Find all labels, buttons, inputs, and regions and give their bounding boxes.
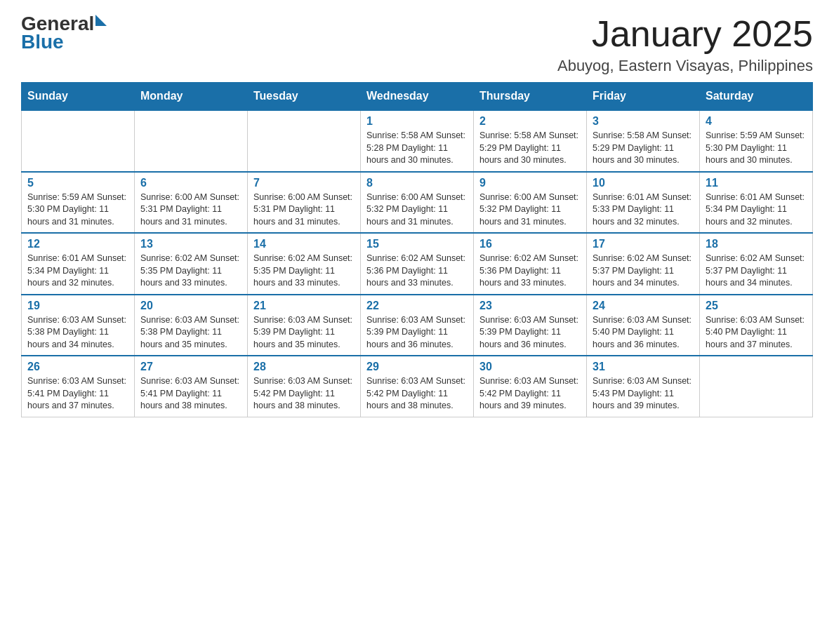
calendar-cell: 2Sunrise: 5:58 AM Sunset: 5:29 PM Daylig…	[474, 110, 587, 172]
day-info: Sunrise: 6:03 AM Sunset: 5:42 PM Dayligh…	[253, 375, 355, 412]
day-info: Sunrise: 6:03 AM Sunset: 5:41 PM Dayligh…	[140, 375, 241, 412]
calendar-header-row: SundayMondayTuesdayWednesdayThursdayFrid…	[22, 83, 813, 111]
day-info: Sunrise: 6:02 AM Sunset: 5:36 PM Dayligh…	[366, 253, 468, 290]
calendar-cell: 20Sunrise: 6:03 AM Sunset: 5:38 PM Dayli…	[135, 295, 248, 356]
calendar-cell: 14Sunrise: 6:02 AM Sunset: 5:35 PM Dayli…	[248, 233, 361, 295]
day-number: 12	[27, 238, 128, 250]
day-number: 30	[479, 361, 581, 373]
calendar-cell: 19Sunrise: 6:03 AM Sunset: 5:38 PM Dayli…	[22, 295, 135, 356]
calendar-cell	[248, 110, 361, 172]
day-info: Sunrise: 6:03 AM Sunset: 5:41 PM Dayligh…	[27, 375, 128, 412]
day-info: Sunrise: 6:03 AM Sunset: 5:39 PM Dayligh…	[479, 314, 581, 351]
day-info: Sunrise: 6:00 AM Sunset: 5:31 PM Dayligh…	[253, 192, 355, 229]
day-number: 27	[140, 361, 241, 373]
calendar-cell: 27Sunrise: 6:03 AM Sunset: 5:41 PM Dayli…	[135, 356, 248, 417]
day-info: Sunrise: 6:02 AM Sunset: 5:37 PM Dayligh…	[593, 253, 694, 290]
calendar-table: SundayMondayTuesdayWednesdayThursdayFrid…	[21, 82, 813, 417]
calendar-week-row: 12Sunrise: 6:01 AM Sunset: 5:34 PM Dayli…	[22, 233, 813, 295]
day-info: Sunrise: 6:03 AM Sunset: 5:40 PM Dayligh…	[706, 314, 807, 351]
day-number: 9	[479, 177, 581, 189]
column-header-thursday: Thursday	[474, 83, 587, 111]
day-info: Sunrise: 5:58 AM Sunset: 5:29 PM Dayligh…	[593, 130, 694, 167]
calendar-cell: 5Sunrise: 5:59 AM Sunset: 5:30 PM Daylig…	[22, 172, 135, 234]
day-info: Sunrise: 6:02 AM Sunset: 5:37 PM Dayligh…	[706, 253, 807, 290]
calendar-cell: 30Sunrise: 6:03 AM Sunset: 5:42 PM Dayli…	[474, 356, 587, 417]
column-header-monday: Monday	[135, 83, 248, 111]
calendar-cell: 10Sunrise: 6:01 AM Sunset: 5:33 PM Dayli…	[587, 172, 700, 234]
day-number: 22	[366, 300, 468, 312]
day-number: 23	[479, 300, 581, 312]
day-info: Sunrise: 6:01 AM Sunset: 5:34 PM Dayligh…	[27, 253, 128, 290]
calendar-cell: 8Sunrise: 6:00 AM Sunset: 5:32 PM Daylig…	[361, 172, 474, 234]
day-info: Sunrise: 5:59 AM Sunset: 5:30 PM Dayligh…	[706, 130, 807, 167]
calendar-cell: 12Sunrise: 6:01 AM Sunset: 5:34 PM Dayli…	[22, 233, 135, 295]
calendar-cell	[22, 110, 135, 172]
day-number: 4	[706, 115, 807, 128]
logo-blue-text: Blue	[21, 32, 64, 52]
day-number: 20	[140, 300, 241, 312]
calendar-cell: 21Sunrise: 6:03 AM Sunset: 5:39 PM Dayli…	[248, 295, 361, 356]
day-number: 14	[253, 238, 355, 250]
day-number: 3	[593, 115, 694, 128]
day-number: 25	[706, 300, 807, 312]
calendar-cell: 17Sunrise: 6:02 AM Sunset: 5:37 PM Dayli…	[587, 233, 700, 295]
title-section: January 2025 Abuyog, Eastern Visayas, Ph…	[557, 14, 813, 75]
day-number: 29	[366, 361, 468, 373]
subtitle: Abuyog, Eastern Visayas, Philippines	[557, 57, 813, 75]
day-number: 24	[593, 300, 694, 312]
column-header-saturday: Saturday	[700, 83, 813, 111]
column-header-wednesday: Wednesday	[361, 83, 474, 111]
day-number: 21	[253, 300, 355, 312]
calendar-week-row: 19Sunrise: 6:03 AM Sunset: 5:38 PM Dayli…	[22, 295, 813, 356]
calendar-cell: 1Sunrise: 5:58 AM Sunset: 5:28 PM Daylig…	[361, 110, 474, 172]
day-info: Sunrise: 5:59 AM Sunset: 5:30 PM Dayligh…	[27, 192, 128, 229]
day-info: Sunrise: 6:03 AM Sunset: 5:38 PM Dayligh…	[140, 314, 241, 351]
page-header: General Blue January 2025 Abuyog, Easter…	[21, 14, 813, 75]
day-info: Sunrise: 6:01 AM Sunset: 5:34 PM Dayligh…	[706, 192, 807, 229]
calendar-cell	[135, 110, 248, 172]
calendar-week-row: 1Sunrise: 5:58 AM Sunset: 5:28 PM Daylig…	[22, 110, 813, 172]
calendar-cell: 23Sunrise: 6:03 AM Sunset: 5:39 PM Dayli…	[474, 295, 587, 356]
day-number: 7	[253, 177, 355, 189]
day-info: Sunrise: 6:03 AM Sunset: 5:43 PM Dayligh…	[593, 375, 694, 412]
calendar-cell: 15Sunrise: 6:02 AM Sunset: 5:36 PM Dayli…	[361, 233, 474, 295]
day-number: 13	[140, 238, 241, 250]
logo-triangle-icon	[95, 15, 107, 26]
calendar-cell: 7Sunrise: 6:00 AM Sunset: 5:31 PM Daylig…	[248, 172, 361, 234]
calendar-cell: 25Sunrise: 6:03 AM Sunset: 5:40 PM Dayli…	[700, 295, 813, 356]
calendar-cell: 18Sunrise: 6:02 AM Sunset: 5:37 PM Dayli…	[700, 233, 813, 295]
day-number: 15	[366, 238, 468, 250]
day-number: 8	[366, 177, 468, 189]
day-info: Sunrise: 6:03 AM Sunset: 5:40 PM Dayligh…	[593, 314, 694, 351]
day-number: 31	[593, 361, 694, 373]
calendar-cell: 24Sunrise: 6:03 AM Sunset: 5:40 PM Dayli…	[587, 295, 700, 356]
day-number: 11	[706, 177, 807, 189]
calendar-week-row: 5Sunrise: 5:59 AM Sunset: 5:30 PM Daylig…	[22, 172, 813, 234]
day-number: 17	[593, 238, 694, 250]
day-info: Sunrise: 6:03 AM Sunset: 5:42 PM Dayligh…	[366, 375, 468, 412]
day-number: 19	[27, 300, 128, 312]
day-info: Sunrise: 6:03 AM Sunset: 5:38 PM Dayligh…	[27, 314, 128, 351]
day-info: Sunrise: 6:01 AM Sunset: 5:33 PM Dayligh…	[593, 192, 694, 229]
day-info: Sunrise: 6:00 AM Sunset: 5:32 PM Dayligh…	[479, 192, 581, 229]
day-number: 5	[27, 177, 128, 189]
day-number: 18	[706, 238, 807, 250]
day-number: 1	[366, 115, 468, 128]
column-header-tuesday: Tuesday	[248, 83, 361, 111]
day-info: Sunrise: 6:00 AM Sunset: 5:32 PM Dayligh…	[366, 192, 468, 229]
column-header-friday: Friday	[587, 83, 700, 111]
calendar-cell: 4Sunrise: 5:59 AM Sunset: 5:30 PM Daylig…	[700, 110, 813, 172]
day-info: Sunrise: 6:00 AM Sunset: 5:31 PM Dayligh…	[140, 192, 241, 229]
calendar-cell: 11Sunrise: 6:01 AM Sunset: 5:34 PM Dayli…	[700, 172, 813, 234]
calendar-cell: 13Sunrise: 6:02 AM Sunset: 5:35 PM Dayli…	[135, 233, 248, 295]
day-info: Sunrise: 6:02 AM Sunset: 5:35 PM Dayligh…	[140, 253, 241, 290]
day-info: Sunrise: 5:58 AM Sunset: 5:29 PM Dayligh…	[479, 130, 581, 167]
calendar-cell	[700, 356, 813, 417]
main-title: January 2025	[557, 14, 813, 54]
day-number: 28	[253, 361, 355, 373]
calendar-cell: 22Sunrise: 6:03 AM Sunset: 5:39 PM Dayli…	[361, 295, 474, 356]
calendar-cell: 6Sunrise: 6:00 AM Sunset: 5:31 PM Daylig…	[135, 172, 248, 234]
day-number: 6	[140, 177, 241, 189]
day-info: Sunrise: 6:02 AM Sunset: 5:36 PM Dayligh…	[479, 253, 581, 290]
day-info: Sunrise: 6:03 AM Sunset: 5:39 PM Dayligh…	[253, 314, 355, 351]
